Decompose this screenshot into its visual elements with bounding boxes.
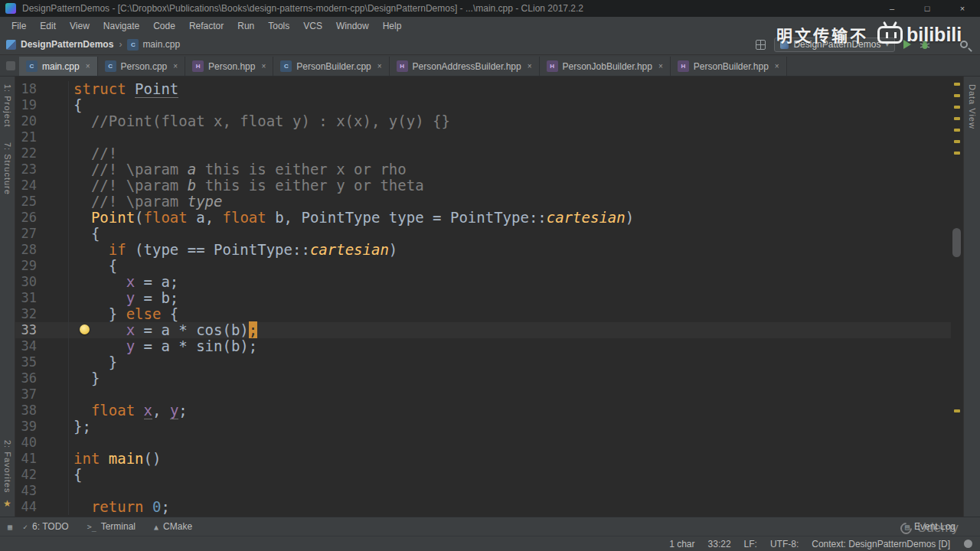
menu-item-edit[interactable]: Edit bbox=[33, 21, 63, 31]
code-line-28[interactable]: 28 if (type == PointType::cartesian) bbox=[15, 242, 951, 258]
code-line-39[interactable]: 39}; bbox=[15, 419, 951, 435]
toolwindow-toggler-icon[interactable]: ▦ bbox=[8, 523, 12, 531]
status-utf-8[interactable]: UTF-8: bbox=[770, 539, 799, 549]
line-number[interactable]: 43 bbox=[15, 483, 69, 499]
editor[interactable]: 18struct Point19{20 //Point(float x, flo… bbox=[15, 77, 951, 517]
editor-tab-personbuilder-hpp[interactable]: HPersonBuilder.hpp× bbox=[671, 57, 787, 76]
code-line-25[interactable]: 25 //! \param type bbox=[15, 194, 951, 210]
close-icon[interactable]: × bbox=[261, 62, 266, 70]
close-icon[interactable]: × bbox=[173, 62, 178, 70]
close-icon[interactable]: × bbox=[658, 62, 663, 70]
tool-window-button-6-todo[interactable]: ✓6: TODO bbox=[23, 521, 69, 532]
warning-stripe-mark[interactable] bbox=[954, 140, 960, 143]
code-line-35[interactable]: 35 } bbox=[15, 354, 951, 370]
close-button[interactable]: × bbox=[945, 0, 980, 17]
line-number[interactable]: 38 bbox=[15, 403, 69, 419]
editor-tab-personjobbuilder-hpp[interactable]: HPersonJobBuilder.hpp× bbox=[540, 57, 671, 76]
breadcrumb-file[interactable]: main.cpp bbox=[142, 39, 180, 50]
code-line-42[interactable]: 42{ bbox=[15, 467, 951, 483]
close-icon[interactable]: × bbox=[377, 62, 382, 70]
tool-window-button-terminal[interactable]: >_Terminal bbox=[87, 521, 136, 532]
code-line-36[interactable]: 36 } bbox=[15, 370, 951, 386]
warning-stripe-mark[interactable] bbox=[954, 152, 960, 155]
line-number[interactable]: 22 bbox=[15, 145, 69, 161]
warning-stripe-mark[interactable] bbox=[954, 129, 960, 132]
line-number[interactable]: 44 bbox=[15, 499, 69, 515]
run-config-select[interactable]: DesignPatternDemos ▾ bbox=[774, 37, 895, 52]
menu-item-file[interactable]: File bbox=[5, 21, 33, 31]
line-number[interactable]: 41 bbox=[15, 451, 69, 467]
code-line-18[interactable]: 18struct Point bbox=[15, 81, 951, 97]
status-context-designpatterndemos-d[interactable]: Context: DesignPatternDemos [D] bbox=[812, 539, 950, 549]
menu-item-code[interactable]: Code bbox=[146, 21, 182, 31]
code-line-26[interactable]: 26 Point(float a, float b, PointType typ… bbox=[15, 210, 951, 226]
line-number[interactable]: 39 bbox=[15, 419, 69, 435]
menu-item-refactor[interactable]: Refactor bbox=[182, 21, 230, 31]
menu-item-tools[interactable]: Tools bbox=[261, 21, 296, 31]
line-number[interactable]: 28 bbox=[15, 242, 69, 258]
code-line-31[interactable]: 31 y = b; bbox=[15, 290, 951, 306]
code-line-29[interactable]: 29 { bbox=[15, 258, 951, 274]
tab-list-icon[interactable] bbox=[6, 61, 15, 70]
line-number[interactable]: 42 bbox=[15, 467, 69, 483]
maximize-button[interactable]: □ bbox=[910, 0, 945, 17]
code-line-41[interactable]: 41int main() bbox=[15, 451, 951, 467]
warning-stripe-mark[interactable] bbox=[954, 409, 960, 412]
line-number[interactable]: 37 bbox=[15, 386, 69, 403]
close-icon[interactable]: × bbox=[775, 62, 779, 70]
code-line-43[interactable]: 43 bbox=[15, 483, 951, 499]
status-lf[interactable]: LF: bbox=[744, 539, 757, 549]
code-line-44[interactable]: 44 return 0; bbox=[15, 499, 951, 515]
menu-item-navigate[interactable]: Navigate bbox=[96, 21, 146, 31]
line-number[interactable]: 31 bbox=[15, 290, 69, 306]
scrollbar-thumb[interactable] bbox=[952, 228, 961, 257]
code-line-33[interactable]: 33 x = a * cos(b); bbox=[15, 322, 951, 338]
close-icon[interactable]: × bbox=[86, 62, 90, 70]
code-line-19[interactable]: 19{ bbox=[15, 97, 951, 113]
code-line-40[interactable]: 40 bbox=[15, 435, 951, 451]
line-number[interactable]: 20 bbox=[15, 113, 69, 129]
line-number[interactable]: 40 bbox=[15, 435, 69, 451]
code-line-23[interactable]: 23 //! \param a this is either x or rho bbox=[15, 161, 951, 178]
code-line-32[interactable]: 32 } else { bbox=[15, 306, 951, 322]
run-button[interactable] bbox=[903, 40, 911, 49]
tool-window-button-cmake[interactable]: ▲CMake bbox=[154, 521, 192, 532]
editor-tab-person-cpp[interactable]: CPerson.cpp× bbox=[98, 57, 186, 76]
line-number[interactable]: 34 bbox=[15, 338, 69, 354]
tool-stripe-2-favorites[interactable]: 2: Favorites bbox=[3, 440, 12, 493]
tool-stripe-data-view[interactable]: Data View bbox=[968, 84, 977, 129]
toolwindow-grid-icon[interactable] bbox=[756, 40, 766, 50]
line-number[interactable]: 24 bbox=[15, 178, 69, 194]
line-number[interactable]: 21 bbox=[15, 129, 69, 145]
editor-tab-personaddressbuilder-hpp[interactable]: HPersonAddressBuilder.hpp× bbox=[390, 57, 540, 76]
code-line-34[interactable]: 34 y = a * sin(b); bbox=[15, 338, 951, 354]
code-line-38[interactable]: 38 float x, y; bbox=[15, 403, 951, 419]
menu-item-help[interactable]: Help bbox=[376, 21, 409, 31]
line-number[interactable]: 32 bbox=[15, 306, 69, 322]
line-number[interactable]: 26 bbox=[15, 210, 69, 226]
code-line-20[interactable]: 20 //Point(float x, float y) : x(x), y(y… bbox=[15, 113, 951, 129]
status-1-char[interactable]: 1 char bbox=[669, 539, 694, 549]
editor-tab-main-cpp[interactable]: Cmain.cpp× bbox=[19, 57, 98, 76]
line-number[interactable]: 29 bbox=[15, 258, 69, 274]
close-icon[interactable]: × bbox=[528, 62, 532, 70]
line-number[interactable]: 35 bbox=[15, 354, 69, 370]
line-number[interactable]: 25 bbox=[15, 194, 69, 210]
warning-stripe-mark[interactable] bbox=[954, 106, 960, 109]
highlighting-level-icon[interactable] bbox=[964, 540, 972, 548]
warning-stripe-mark[interactable] bbox=[954, 94, 960, 97]
minimize-button[interactable]: – bbox=[874, 0, 910, 17]
line-number[interactable]: 18 bbox=[15, 81, 69, 97]
line-number[interactable]: 27 bbox=[15, 226, 69, 242]
editor-tab-personbuilder-cpp[interactable]: CPersonBuilder.cpp× bbox=[273, 57, 389, 76]
line-number[interactable]: 30 bbox=[15, 274, 69, 290]
warning-stripe-mark[interactable] bbox=[954, 83, 960, 86]
code-line-21[interactable]: 21 bbox=[15, 129, 951, 145]
code-line-27[interactable]: 27 { bbox=[15, 226, 951, 242]
menu-item-window[interactable]: Window bbox=[329, 21, 376, 31]
line-number[interactable]: 23 bbox=[15, 161, 69, 178]
search-icon[interactable] bbox=[960, 41, 968, 48]
code-line-30[interactable]: 30 x = a; bbox=[15, 274, 951, 290]
code-line-24[interactable]: 24 //! \param b this is either y or thet… bbox=[15, 178, 951, 194]
status-33-22[interactable]: 33:22 bbox=[708, 539, 731, 549]
